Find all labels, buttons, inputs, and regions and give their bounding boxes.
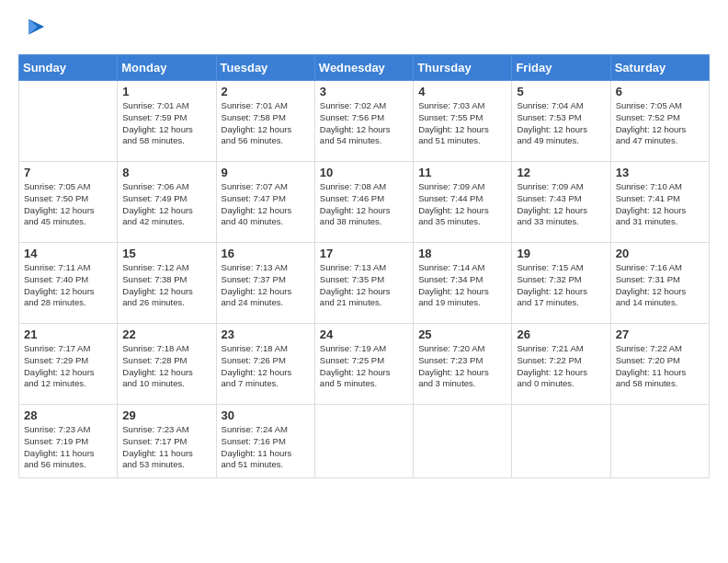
calendar-cell: 11Sunrise: 7:09 AM Sunset: 7:44 PM Dayli… xyxy=(414,162,512,243)
calendar-cell: 20Sunrise: 7:16 AM Sunset: 7:31 PM Dayli… xyxy=(610,243,709,324)
day-number: 17 xyxy=(320,247,408,260)
day-info: Sunrise: 7:15 AM Sunset: 7:32 PM Dayligh… xyxy=(517,262,605,309)
day-info: Sunrise: 7:08 AM Sunset: 7:46 PM Dayligh… xyxy=(320,181,408,228)
calendar-cell: 25Sunrise: 7:20 AM Sunset: 7:23 PM Dayli… xyxy=(414,324,512,405)
calendar-cell: 22Sunrise: 7:18 AM Sunset: 7:28 PM Dayli… xyxy=(118,324,216,405)
calendar-cell: 26Sunrise: 7:21 AM Sunset: 7:22 PM Dayli… xyxy=(512,324,610,405)
day-info: Sunrise: 7:23 AM Sunset: 7:19 PM Dayligh… xyxy=(24,424,112,471)
calendar-cell: 23Sunrise: 7:18 AM Sunset: 7:26 PM Dayli… xyxy=(216,324,314,405)
weekday-header-wednesday: Wednesday xyxy=(314,55,413,81)
calendar-cell: 4Sunrise: 7:03 AM Sunset: 7:55 PM Daylig… xyxy=(414,81,512,162)
day-number: 6 xyxy=(616,85,704,98)
week-row-1: 1Sunrise: 7:01 AM Sunset: 7:59 PM Daylig… xyxy=(19,81,710,162)
page-container: SundayMondayTuesdayWednesdayThursdayFrid… xyxy=(0,0,728,488)
calendar-cell: 28Sunrise: 7:23 AM Sunset: 7:19 PM Dayli… xyxy=(19,405,118,478)
day-info: Sunrise: 7:09 AM Sunset: 7:43 PM Dayligh… xyxy=(517,181,605,228)
day-info: Sunrise: 7:05 AM Sunset: 7:52 PM Dayligh… xyxy=(616,100,704,147)
weekday-header-row: SundayMondayTuesdayWednesdayThursdayFrid… xyxy=(19,55,710,81)
day-number: 3 xyxy=(320,85,408,98)
day-number: 2 xyxy=(222,85,310,98)
weekday-header-monday: Monday xyxy=(118,55,216,81)
day-info: Sunrise: 7:19 AM Sunset: 7:25 PM Dayligh… xyxy=(320,343,408,390)
day-info: Sunrise: 7:10 AM Sunset: 7:41 PM Dayligh… xyxy=(616,181,704,228)
day-info: Sunrise: 7:13 AM Sunset: 7:37 PM Dayligh… xyxy=(222,262,310,309)
day-number: 29 xyxy=(122,408,210,422)
week-row-4: 21Sunrise: 7:17 AM Sunset: 7:29 PM Dayli… xyxy=(19,324,710,405)
calendar-cell xyxy=(414,405,512,478)
day-info: Sunrise: 7:18 AM Sunset: 7:28 PM Dayligh… xyxy=(122,343,210,390)
day-number: 28 xyxy=(24,408,112,422)
calendar-cell: 19Sunrise: 7:15 AM Sunset: 7:32 PM Dayli… xyxy=(512,243,610,324)
day-info: Sunrise: 7:18 AM Sunset: 7:26 PM Dayligh… xyxy=(222,343,310,390)
day-number: 24 xyxy=(320,327,408,341)
calendar-cell xyxy=(512,405,610,478)
calendar-cell xyxy=(19,81,118,162)
weekday-header-tuesday: Tuesday xyxy=(216,55,314,81)
calendar-table: SundayMondayTuesdayWednesdayThursdayFrid… xyxy=(18,54,710,478)
day-number: 8 xyxy=(122,166,210,179)
calendar-cell xyxy=(314,405,413,478)
week-row-3: 14Sunrise: 7:11 AM Sunset: 7:40 PM Dayli… xyxy=(19,243,710,324)
day-number: 10 xyxy=(320,166,408,179)
calendar-cell: 30Sunrise: 7:24 AM Sunset: 7:16 PM Dayli… xyxy=(216,405,314,478)
calendar-cell: 9Sunrise: 7:07 AM Sunset: 7:47 PM Daylig… xyxy=(216,162,314,243)
day-info: Sunrise: 7:07 AM Sunset: 7:47 PM Dayligh… xyxy=(222,181,310,228)
weekday-header-thursday: Thursday xyxy=(414,55,512,81)
weekday-header-friday: Friday xyxy=(512,55,610,81)
weekday-header-saturday: Saturday xyxy=(610,55,709,81)
calendar-cell: 29Sunrise: 7:23 AM Sunset: 7:17 PM Dayli… xyxy=(118,405,216,478)
day-info: Sunrise: 7:22 AM Sunset: 7:20 PM Dayligh… xyxy=(616,343,704,390)
day-number: 1 xyxy=(122,85,210,98)
day-info: Sunrise: 7:17 AM Sunset: 7:29 PM Dayligh… xyxy=(24,343,112,390)
day-info: Sunrise: 7:23 AM Sunset: 7:17 PM Dayligh… xyxy=(122,424,210,471)
day-info: Sunrise: 7:20 AM Sunset: 7:23 PM Dayligh… xyxy=(418,343,506,390)
day-info: Sunrise: 7:14 AM Sunset: 7:34 PM Dayligh… xyxy=(418,262,506,309)
day-info: Sunrise: 7:16 AM Sunset: 7:31 PM Dayligh… xyxy=(616,262,704,309)
calendar-cell: 27Sunrise: 7:22 AM Sunset: 7:20 PM Dayli… xyxy=(610,324,709,405)
day-number: 11 xyxy=(418,166,506,179)
logo xyxy=(18,15,46,45)
week-row-5: 28Sunrise: 7:23 AM Sunset: 7:19 PM Dayli… xyxy=(19,405,710,478)
day-info: Sunrise: 7:12 AM Sunset: 7:38 PM Dayligh… xyxy=(122,262,210,309)
day-number: 4 xyxy=(418,85,506,98)
calendar-cell: 7Sunrise: 7:05 AM Sunset: 7:50 PM Daylig… xyxy=(19,162,118,243)
day-info: Sunrise: 7:11 AM Sunset: 7:40 PM Dayligh… xyxy=(24,262,112,309)
day-info: Sunrise: 7:06 AM Sunset: 7:49 PM Dayligh… xyxy=(122,181,210,228)
day-info: Sunrise: 7:24 AM Sunset: 7:16 PM Dayligh… xyxy=(222,424,310,471)
day-info: Sunrise: 7:03 AM Sunset: 7:55 PM Dayligh… xyxy=(418,100,506,147)
calendar-cell: 13Sunrise: 7:10 AM Sunset: 7:41 PM Dayli… xyxy=(610,162,709,243)
day-info: Sunrise: 7:01 AM Sunset: 7:59 PM Dayligh… xyxy=(122,100,210,147)
logo-icon xyxy=(20,15,46,40)
day-info: Sunrise: 7:13 AM Sunset: 7:35 PM Dayligh… xyxy=(320,262,408,309)
day-number: 7 xyxy=(24,166,112,179)
calendar-cell: 12Sunrise: 7:09 AM Sunset: 7:43 PM Dayli… xyxy=(512,162,610,243)
calendar-cell: 24Sunrise: 7:19 AM Sunset: 7:25 PM Dayli… xyxy=(314,324,413,405)
day-number: 27 xyxy=(616,327,704,341)
calendar-cell: 3Sunrise: 7:02 AM Sunset: 7:56 PM Daylig… xyxy=(314,81,413,162)
calendar-cell: 15Sunrise: 7:12 AM Sunset: 7:38 PM Dayli… xyxy=(118,243,216,324)
calendar-cell: 17Sunrise: 7:13 AM Sunset: 7:35 PM Dayli… xyxy=(314,243,413,324)
day-info: Sunrise: 7:21 AM Sunset: 7:22 PM Dayligh… xyxy=(517,343,605,390)
weekday-header-sunday: Sunday xyxy=(19,55,118,81)
calendar-cell: 5Sunrise: 7:04 AM Sunset: 7:53 PM Daylig… xyxy=(512,81,610,162)
day-info: Sunrise: 7:02 AM Sunset: 7:56 PM Dayligh… xyxy=(320,100,408,147)
calendar-cell: 21Sunrise: 7:17 AM Sunset: 7:29 PM Dayli… xyxy=(19,324,118,405)
calendar-cell: 10Sunrise: 7:08 AM Sunset: 7:46 PM Dayli… xyxy=(314,162,413,243)
day-number: 22 xyxy=(122,327,210,341)
calendar-cell: 8Sunrise: 7:06 AM Sunset: 7:49 PM Daylig… xyxy=(118,162,216,243)
day-number: 20 xyxy=(616,247,704,260)
calendar-cell: 18Sunrise: 7:14 AM Sunset: 7:34 PM Dayli… xyxy=(414,243,512,324)
calendar-cell: 2Sunrise: 7:01 AM Sunset: 7:58 PM Daylig… xyxy=(216,81,314,162)
day-number: 19 xyxy=(517,247,605,260)
header xyxy=(18,15,710,45)
day-number: 16 xyxy=(222,247,310,260)
day-number: 25 xyxy=(418,327,506,341)
day-info: Sunrise: 7:04 AM Sunset: 7:53 PM Dayligh… xyxy=(517,100,605,147)
day-number: 21 xyxy=(24,327,112,341)
day-number: 23 xyxy=(222,327,310,341)
calendar-cell: 6Sunrise: 7:05 AM Sunset: 7:52 PM Daylig… xyxy=(610,81,709,162)
day-number: 14 xyxy=(24,247,112,260)
day-number: 13 xyxy=(616,166,704,179)
week-row-2: 7Sunrise: 7:05 AM Sunset: 7:50 PM Daylig… xyxy=(19,162,710,243)
calendar-cell xyxy=(610,405,709,478)
